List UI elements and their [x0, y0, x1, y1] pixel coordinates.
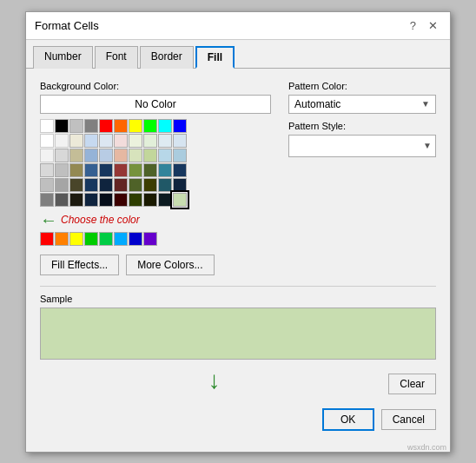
color-cell[interactable] — [55, 134, 69, 148]
tab-bar: Number Font Border Fill — [26, 40, 450, 69]
color-cell[interactable] — [129, 149, 142, 162]
color-orange[interactable] — [114, 119, 128, 133]
color-cyan[interactable] — [158, 119, 172, 133]
color-cell[interactable] — [114, 134, 128, 148]
color-bright-yellow[interactable] — [69, 232, 83, 246]
down-arrow-container: ↓ — [40, 368, 388, 393]
color-gray1[interactable] — [69, 119, 83, 133]
color-cell[interactable] — [158, 178, 172, 192]
clear-button[interactable]: Clear — [388, 374, 436, 394]
color-cell[interactable] — [40, 149, 54, 162]
color-cell[interactable] — [99, 149, 113, 162]
color-bright-purple[interactable] — [143, 232, 157, 246]
pattern-color-value: Automatic — [294, 98, 340, 110]
more-colors-button[interactable]: More Colors... — [126, 255, 214, 275]
color-cell[interactable] — [129, 193, 142, 207]
format-cells-dialog: Format Cells ? ✕ Number Font Border Fill… — [25, 11, 451, 453]
ok-button[interactable]: OK — [322, 408, 374, 431]
color-cell[interactable] — [69, 134, 83, 148]
fill-button-row: Fill Effects... More Colors... — [40, 255, 271, 275]
color-bright-red[interactable] — [40, 232, 54, 246]
help-button[interactable]: ? — [407, 17, 420, 34]
color-cell[interactable] — [99, 134, 113, 148]
color-cell[interactable] — [158, 149, 172, 162]
color-cell[interactable] — [55, 149, 69, 162]
color-cell[interactable] — [143, 163, 157, 177]
cancel-button[interactable]: Cancel — [381, 409, 436, 430]
color-cell[interactable] — [158, 163, 172, 177]
fill-columns: Background Color: No Color — [40, 81, 436, 275]
left-arrow-icon: ← — [40, 210, 57, 230]
color-blue[interactable] — [173, 119, 187, 133]
color-bright-lightblue[interactable] — [114, 232, 128, 246]
color-cell[interactable] — [69, 163, 83, 177]
color-cell[interactable] — [55, 193, 69, 207]
color-cell[interactable] — [99, 193, 113, 207]
color-cell[interactable] — [114, 178, 128, 192]
color-cell[interactable] — [129, 163, 142, 177]
color-cell[interactable] — [99, 163, 113, 177]
color-cell[interactable] — [143, 193, 157, 207]
color-cell[interactable] — [55, 178, 69, 192]
color-row-3 — [40, 149, 271, 162]
color-bright-green[interactable] — [84, 232, 98, 246]
tab-border[interactable]: Border — [140, 46, 194, 69]
dialog-footer: OK Cancel — [26, 403, 450, 441]
color-cell[interactable] — [84, 178, 98, 192]
color-bright-teal[interactable] — [99, 232, 113, 246]
pattern-color-label: Pattern Color: — [288, 81, 436, 91]
color-cell[interactable] — [114, 193, 128, 207]
color-bright-blue[interactable] — [129, 232, 142, 246]
color-cell[interactable] — [69, 193, 83, 207]
color-yellow[interactable] — [129, 119, 142, 133]
tab-font[interactable]: Font — [95, 46, 138, 69]
sample-bottom: ↓ Clear — [40, 368, 436, 394]
sample-label: Sample — [40, 294, 436, 304]
color-cell[interactable] — [143, 134, 157, 148]
watermark: wsxdn.com — [26, 443, 450, 452]
color-cell[interactable] — [40, 193, 54, 207]
color-cell[interactable] — [114, 149, 128, 162]
no-color-button[interactable]: No Color — [40, 95, 271, 114]
color-cell[interactable] — [84, 163, 98, 177]
color-black[interactable] — [55, 119, 69, 133]
tab-number[interactable]: Number — [33, 46, 93, 69]
color-cell[interactable] — [173, 134, 187, 148]
color-cell[interactable] — [143, 178, 157, 192]
color-cell[interactable] — [40, 134, 54, 148]
color-gray2[interactable] — [84, 119, 98, 133]
pattern-color-dropdown[interactable]: Automatic ▼ — [288, 95, 436, 114]
color-cell[interactable] — [158, 134, 172, 148]
color-selected[interactable] — [173, 193, 187, 207]
color-cell[interactable] — [173, 178, 187, 192]
pattern-style-dropdown[interactable]: ▼ — [288, 135, 436, 157]
color-cell[interactable] — [129, 134, 142, 148]
color-green[interactable] — [143, 119, 157, 133]
tab-fill[interactable]: Fill — [195, 46, 235, 69]
color-cell[interactable] — [84, 193, 98, 207]
color-cell[interactable] — [114, 163, 128, 177]
color-cell[interactable] — [84, 149, 98, 162]
color-cell[interactable] — [99, 178, 113, 192]
close-button[interactable]: ✕ — [425, 17, 441, 34]
color-cell[interactable] — [173, 163, 187, 177]
color-cell[interactable] — [143, 149, 157, 162]
sample-section: Sample — [40, 294, 436, 360]
color-cell[interactable] — [40, 163, 54, 177]
color-cell[interactable] — [40, 178, 54, 192]
divider — [40, 286, 436, 287]
bright-color-row — [40, 232, 271, 246]
color-cell[interactable] — [173, 149, 187, 162]
color-white[interactable] — [40, 119, 54, 133]
title-bar: Format Cells ? ✕ — [26, 12, 450, 40]
fill-content: Background Color: No Color — [26, 69, 450, 403]
color-cell[interactable] — [69, 178, 83, 192]
color-cell[interactable] — [158, 193, 172, 207]
color-cell[interactable] — [129, 178, 142, 192]
color-cell[interactable] — [55, 163, 69, 177]
color-cell[interactable] — [84, 134, 98, 148]
color-cell[interactable] — [69, 149, 83, 162]
fill-effects-button[interactable]: Fill Effects... — [40, 255, 119, 275]
color-bright-orange[interactable] — [55, 232, 69, 246]
color-red[interactable] — [99, 119, 113, 133]
